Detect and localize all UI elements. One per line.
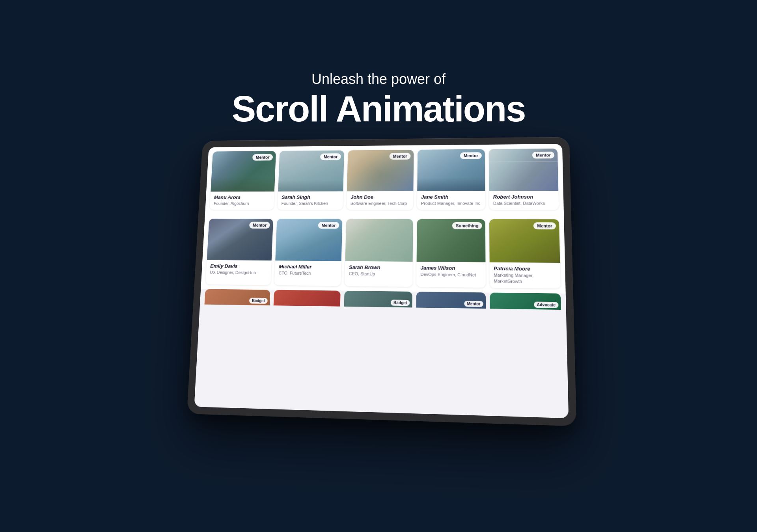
card-badge-3: Mentor — [390, 153, 411, 160]
card-name-10: Patricia Moore — [494, 266, 556, 272]
card-badge-5: Mentor — [532, 152, 554, 159]
card-role-6: UX Designer, DesignHub — [210, 270, 267, 275]
card-badge-2: Mentor — [320, 153, 341, 160]
tablet-screen: MentorManu AroraFounder, AlgochurnMentor… — [194, 144, 569, 418]
card-row-0: MentorManu AroraFounder, AlgochurnMentor… — [205, 144, 564, 215]
card-info-7: Michael MillerCTO, FutureTech — [274, 260, 341, 280]
card-image-4: Mentor — [417, 149, 485, 191]
card-info-8: Sarah BrownCEO, StartUp — [345, 261, 412, 281]
card-badge-7: Mentor — [318, 222, 339, 229]
card-info-3: John DoeSoftware Engineer, Tech Corp — [347, 191, 414, 210]
partial-card-4: Advocate — [490, 292, 561, 310]
card-role-8: CEO, StartUp — [349, 271, 408, 277]
card-name-5: Robert Johnson — [493, 194, 555, 200]
card-name-7: Michael Miller — [279, 264, 337, 270]
card-info-9: James WilsonDevOps Engineer, CloudNet — [416, 262, 486, 282]
card-image-5: Mentor — [489, 149, 559, 191]
card-name-9: James Wilson — [420, 265, 481, 271]
card-info-10: Patricia MooreMarketing Manager, MarketG… — [490, 262, 561, 288]
card-badge-1: Mentor — [252, 154, 273, 161]
card-image-10: Mentor — [489, 219, 560, 263]
card-role-9: DevOps Engineer, CloudNet — [420, 272, 481, 278]
card-1: MentorManu AroraFounder, Algochurn — [210, 151, 276, 210]
card-image-9: Something — [417, 219, 486, 262]
card-image-7: Mentor — [275, 219, 342, 261]
card-6: MentorEmily DavisUX Designer, DesignHub — [205, 219, 273, 285]
card-7: MentorMichael MillerCTO, FutureTech — [274, 219, 343, 286]
hero-text-block: Unleash the power of Scroll Animations — [232, 71, 526, 127]
card-badge-4: Mentor — [460, 152, 482, 159]
hero-subtitle: Unleash the power of — [232, 71, 526, 87]
partial-badge-4: Advocate — [534, 301, 559, 308]
card-role-7: CTO, FutureTech — [278, 270, 337, 277]
card-image-8 — [345, 219, 413, 262]
card-name-4: Jane Smith — [421, 194, 481, 200]
partial-badge-0: Badget — [249, 298, 268, 303]
card-info-2: Sarah SinghFounder, Sarah's Kitchen — [277, 191, 343, 210]
card-9: SomethingJames WilsonDevOps Engineer, Cl… — [416, 219, 486, 288]
card-image-1: Mentor — [211, 151, 276, 192]
partial-card-2: Badget — [344, 291, 412, 308]
card-role-4: Product Manager, Innovate Inc — [421, 201, 481, 206]
card-grid: MentorManu AroraFounder, AlgochurnMentor… — [200, 144, 566, 310]
card-info-1: Manu AroraFounder, Algochurn — [210, 192, 274, 210]
card-badge-6: Mentor — [249, 222, 270, 229]
card-info-4: Jane SmithProduct Manager, Innovate Inc — [417, 191, 485, 210]
card-image-3: Mentor — [347, 150, 414, 191]
card-info-5: Robert JohnsonData Scientist, DataWorks — [489, 191, 559, 210]
card-8: Sarah BrownCEO, StartUp — [345, 219, 413, 287]
card-image-2: Mentor — [278, 151, 344, 192]
hero-title: Scroll Animations — [232, 91, 526, 127]
partial-badge-2: Badget — [391, 299, 410, 306]
tablet-outer-frame: MentorManu AroraFounder, AlgochurnMentor… — [187, 137, 576, 426]
card-2: MentorSarah SinghFounder, Sarah's Kitche… — [277, 151, 344, 210]
card-badge-10: Mentor — [533, 222, 556, 229]
partial-badge-3: Mentor — [464, 301, 483, 307]
card-4: MentorJane SmithProduct Manager, Innovat… — [417, 149, 485, 210]
card-name-1: Manu Arora — [214, 194, 270, 200]
card-role-2: Founder, Sarah's Kitchen — [281, 201, 339, 206]
card-row-1: MentorEmily DavisUX Designer, DesignHubM… — [201, 214, 566, 294]
card-10: MentorPatricia MooreMarketing Manager, M… — [489, 219, 561, 288]
card-3: MentorJohn DoeSoftware Engineer, Tech Co… — [347, 150, 414, 210]
partial-card-0: Badget — [204, 289, 270, 305]
card-name-8: Sarah Brown — [349, 264, 409, 271]
card-badge-9: Something — [452, 222, 482, 229]
partial-card-1 — [274, 290, 341, 307]
card-5: MentorRobert JohnsonData Scientist, Data… — [489, 149, 559, 210]
card-role-5: Data Scientist, DataWorks — [493, 201, 555, 206]
card-name-6: Emily Davis — [210, 263, 268, 270]
card-role-3: Software Engineer, Tech Corp — [351, 201, 409, 206]
card-image-6: Mentor — [207, 219, 273, 260]
card-name-2: Sarah Singh — [282, 194, 339, 200]
card-info-6: Emily DavisUX Designer, DesignHub — [206, 260, 272, 279]
card-role-1: Founder, Algochurn — [214, 201, 270, 206]
tablet-device: MentorManu AroraFounder, AlgochurnMentor… — [187, 137, 576, 426]
card-role-10: Marketing Manager, MarketGrowth — [494, 272, 556, 285]
partial-card-3: Mentor — [416, 292, 486, 309]
card-name-3: John Doe — [351, 194, 409, 200]
